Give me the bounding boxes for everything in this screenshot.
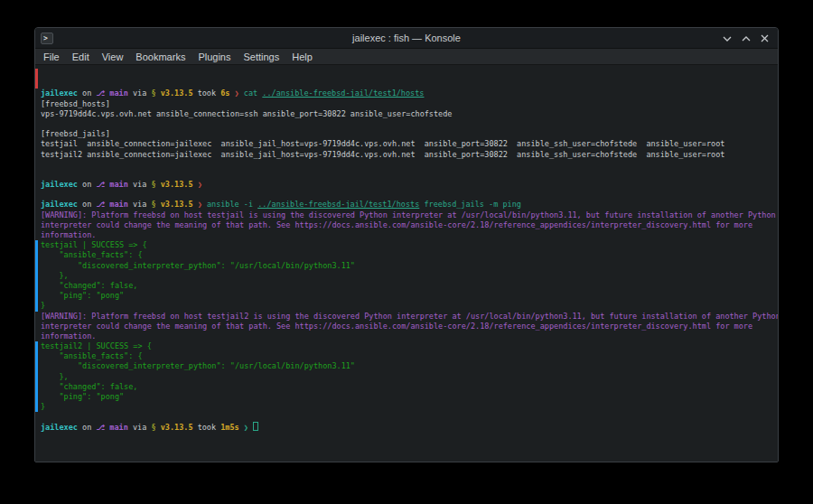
python-icon: § [151, 89, 160, 98]
window-title: jailexec : fish — Konsole [35, 33, 778, 43]
text-run: [freebsd_jails] [41, 129, 110, 138]
text-run: jailexec [41, 180, 78, 189]
text-run: testjail2 | SUCCESS => { [41, 341, 152, 350]
text-run: freebsd_jails -m ping [419, 200, 521, 209]
menubar: FileEditViewBookmarksPluginsSettingsHelp [35, 49, 778, 65]
terminal-line-marked-blue: "ansible_facts": { [41, 250, 778, 260]
menu-item-settings[interactable]: Settings [237, 49, 285, 65]
terminal-line: jailexec on ⎇ main via § v3.13.5 took 6s… [41, 89, 778, 98]
text-run: [freebsd_hosts] [41, 99, 110, 108]
text-run: jailexec [41, 200, 78, 209]
text-run: "ping": "pong" [41, 392, 124, 401]
text-run: information. [41, 230, 96, 239]
terminal-line: interpreter could change the meaning of … [41, 220, 778, 230]
text-run: took [193, 89, 221, 98]
text-run: }, [41, 271, 69, 280]
text-run: v3.13.5 [161, 89, 193, 98]
terminal-line-marked-red [41, 69, 778, 79]
terminal-line-marked-blue: "ping": "pong" [41, 291, 778, 301]
python-icon: § [151, 200, 160, 209]
text-run: testjail ansible_connection=jailexec ans… [41, 139, 724, 148]
terminal-line: vps-9719dd4c.vps.ovh.net ansible_connect… [41, 109, 778, 119]
terminal-line: jailexec on ⎇ main via § v3.13.5 ❯ ansib… [41, 200, 778, 210]
text-run: main [109, 180, 127, 189]
text-run: interpreter could change the meaning of … [41, 322, 752, 331]
terminal-line: [freebsd_hosts] [41, 99, 778, 109]
terminal-output[interactable]: jailexec on ⎇ main via § v3.13.5 took 6s… [35, 65, 778, 462]
text-run: on [78, 89, 96, 98]
terminal-line-marked-blue: }, [41, 372, 778, 382]
menu-item-edit[interactable]: Edit [66, 49, 96, 65]
terminal-line: [WARNING]: Platform freebsd on host test… [41, 312, 778, 322]
menu-item-help[interactable]: Help [285, 49, 319, 65]
terminal-line-marked-blue: } [41, 402, 778, 412]
text-run: testjail | SUCCESS => { [41, 240, 147, 249]
text-run: 1m5s [220, 423, 238, 432]
terminal-line: jailexec on ⎇ main via § v3.13.5 ❯ [41, 180, 778, 190]
terminal-line: interpreter could change the meaning of … [41, 322, 778, 331]
text-run: on [78, 180, 96, 189]
terminal-line-marked-blue: testjail | SUCCESS => { [41, 240, 778, 250]
close-icon [761, 34, 769, 42]
terminal-line: [WARNING]: Platform freebsd on host test… [41, 210, 778, 220]
hosts-file-path: ../ansible-freebsd-jail/test1/hosts [262, 89, 424, 98]
window-controls [721, 28, 771, 49]
text-run: interpreter could change the meaning of … [41, 220, 752, 229]
hosts-file-path: ../ansible-freebsd-jail/test1/hosts [257, 200, 419, 209]
prompt-arrow: ❯ [198, 180, 202, 189]
terminal-line-marked-blue: "changed": false, [41, 281, 778, 291]
terminal-line [41, 160, 778, 170]
terminal-line-marked-blue: "discovered_interpreter_python": "/usr/l… [41, 361, 778, 371]
text-run: main [109, 200, 127, 209]
menu-item-file[interactable]: File [37, 49, 66, 65]
text-run: v3.13.5 [161, 180, 193, 189]
close-button[interactable] [759, 33, 771, 44]
text-run: [WARNING]: Platform freebsd on host test… [41, 312, 779, 321]
text-run: via [128, 200, 152, 209]
terminal-line-marked-blue: "ansible_facts": { [41, 351, 778, 361]
chevron-down-icon [723, 36, 732, 42]
terminal-line: testjail ansible_connection=jailexec ans… [41, 139, 778, 149]
text-run: testjail2 ansible_connection=jailexec an… [41, 150, 724, 159]
text-run: } [41, 301, 45, 310]
text-run: on [78, 200, 96, 209]
git-branch-icon: ⎇ [96, 180, 109, 189]
text-run: on [78, 423, 96, 432]
python-icon: § [151, 180, 160, 189]
text-run: took [193, 423, 221, 432]
terminal-line: testjail2 ansible_connection=jailexec an… [41, 150, 778, 160]
text-run: 6s [220, 89, 229, 98]
text-run: } [41, 402, 45, 411]
git-branch-icon: ⎇ [96, 423, 109, 432]
chevron-up-icon [742, 36, 751, 42]
terminal-cursor [253, 422, 258, 431]
text-run: v3.13.5 [161, 423, 193, 432]
text-run: main [109, 89, 127, 98]
text-run: v3.13.5 [161, 200, 193, 209]
git-branch-icon: ⎇ [96, 89, 109, 98]
terminal-line-marked-blue: }, [41, 271, 778, 281]
terminal-line: information. [41, 230, 778, 240]
maximize-button[interactable] [740, 33, 752, 44]
minimize-button[interactable] [721, 33, 733, 44]
text-run: information. [41, 331, 96, 341]
terminal-line-marked-blue: "discovered_interpreter_python": "/usr/l… [41, 261, 778, 271]
menu-item-plugins[interactable]: Plugins [192, 49, 237, 65]
terminal-line: information. [41, 331, 778, 341]
konsole-window: > jailexec : fish — Konsole FileEditView… [34, 27, 779, 462]
terminal-line-marked-blue: testjail2 | SUCCESS => { [41, 341, 778, 351]
menu-item-bookmarks[interactable]: Bookmarks [129, 49, 192, 65]
terminal-line-marked-blue: "changed": false, [41, 382, 778, 392]
text-run: via [128, 89, 152, 98]
text-run: "ping": "pong" [41, 291, 124, 300]
text-run: }, [41, 372, 69, 381]
terminal-line [41, 170, 778, 180]
titlebar[interactable]: > jailexec : fish — Konsole [35, 28, 778, 49]
text-run: "ansible_facts": { [41, 351, 143, 360]
menu-item-view[interactable]: View [96, 49, 130, 65]
terminal-line [41, 190, 778, 200]
terminal-line-marked-red [41, 79, 778, 89]
text-run: "changed": false, [41, 281, 137, 290]
text-run: "ansible_facts": { [41, 250, 143, 259]
text-run: cat [244, 89, 262, 98]
